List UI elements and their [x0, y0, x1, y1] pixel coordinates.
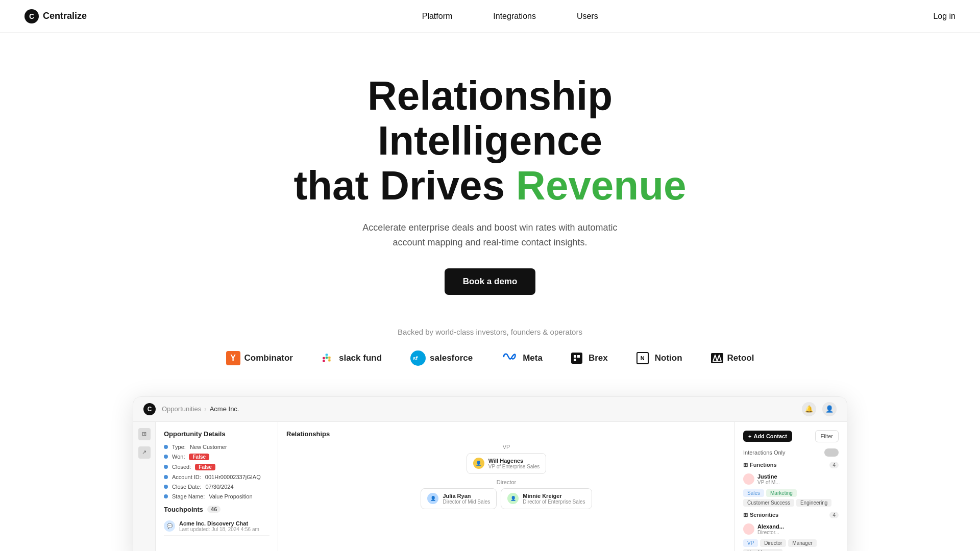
- nav-users[interactable]: Users: [577, 12, 598, 21]
- touchpoints-count: 46: [207, 506, 220, 513]
- detail-dot: [164, 455, 168, 459]
- investors-tagline: Backed by world-class investors, founder…: [24, 328, 955, 336]
- detail-close-date: Close Date: 07/30/2024: [164, 484, 270, 490]
- headline-line2-green: Revenue: [516, 163, 686, 208]
- alexand-avatar: [743, 523, 754, 535]
- seniorities-icon: ⊞: [743, 512, 748, 518]
- functions-label: Functions: [750, 462, 777, 468]
- cta-button[interactable]: Book a demo: [445, 268, 536, 295]
- add-contact-label: Add Contact: [753, 433, 787, 439]
- functions-person: Justine VP of M...: [743, 471, 839, 487]
- notification-icon[interactable]: 🔔: [802, 402, 816, 416]
- headline-line1: Relationship Intelligence: [368, 73, 612, 163]
- screenshot-container: C Opportunities › Acme Inc. 🔔 👤 ⊞ ↗: [133, 396, 847, 551]
- rel-card-julia: 👤 Julia Ryan Director of Mid Sales: [421, 488, 497, 509]
- detail-dot: [164, 465, 168, 469]
- detail-type: Type: New Customer: [164, 444, 270, 450]
- retool-icon: [711, 353, 723, 363]
- seniority-person: Alexand... Director...: [743, 521, 839, 537]
- sidebar-icon-1[interactable]: ⊞: [138, 428, 151, 440]
- rel-card-minnie: 👤 Minnie Kreiger Director of Enterprise …: [501, 488, 592, 509]
- rel-level-vp: VP 👤 Will Hagenes VP of Enterprise Sales: [286, 444, 726, 474]
- type-value: New Customer: [190, 444, 227, 450]
- screenshot-sidebar: ⊞ ↗: [133, 422, 156, 551]
- investor-logos: Y Combinator slack fund sf: [24, 350, 955, 366]
- meta-icon: [501, 352, 517, 365]
- sidebar-icon-2[interactable]: ↗: [138, 446, 151, 459]
- tag-marketing: Marketing: [766, 489, 797, 497]
- login-button[interactable]: Log in: [933, 12, 955, 21]
- detail-dot: [164, 445, 168, 449]
- nav-right: Log in: [933, 12, 955, 21]
- justine-title: VP of M...: [757, 480, 780, 485]
- logo-text: Centralize: [43, 11, 87, 21]
- nav-platform[interactable]: Platform: [422, 12, 453, 21]
- detail-dot: [164, 475, 168, 479]
- julia-title: Director of Mid Sales: [443, 499, 490, 505]
- meta-label: Meta: [523, 353, 543, 363]
- salesforce-label: salesforce: [430, 353, 473, 363]
- breadcrumb: Opportunities › Acme Inc.: [162, 405, 239, 413]
- functions-title: ⊞ Functions: [743, 462, 777, 468]
- brex-icon: [571, 353, 582, 364]
- svg-text:sf: sf: [413, 356, 418, 361]
- notion-icon: N: [636, 352, 649, 364]
- yc-label: Combinator: [244, 353, 293, 363]
- user-avatar-icon[interactable]: 👤: [822, 402, 837, 416]
- logo-brex: Brex: [571, 353, 608, 364]
- logo[interactable]: C Centralize: [24, 9, 87, 23]
- detail-stage-name: Stage Name: Value Proposition: [164, 493, 270, 499]
- justine-name: Justine: [757, 473, 780, 480]
- functions-header: ⊞ Functions 4: [743, 462, 839, 468]
- svg-rect-0: [323, 357, 325, 359]
- interactions-toggle-row: Interactions Only: [743, 448, 839, 457]
- svg-rect-5: [328, 359, 330, 361]
- product-screenshot-section: C Opportunities › Acme Inc. 🔔 👤 ⊞ ↗: [0, 386, 980, 551]
- filter-button[interactable]: Filter: [815, 430, 839, 442]
- detail-won: Won: False: [164, 454, 270, 460]
- julia-info: Julia Ryan Director of Mid Sales: [443, 493, 490, 505]
- logo-icon: C: [24, 9, 39, 23]
- seniorities-label: Seniorities: [750, 512, 778, 518]
- rel-card-will: 👤 Will Hagenes VP of Enterprise Sales: [467, 453, 546, 474]
- nav-integrations[interactable]: Integrations: [493, 12, 536, 21]
- headline-line2-black: that Drives: [293, 163, 504, 208]
- minnie-name: Minnie Kreiger: [523, 493, 585, 499]
- svg-rect-1: [323, 360, 325, 362]
- tag-director: Director: [760, 539, 786, 547]
- salesforce-icon: sf: [410, 350, 426, 366]
- closed-badge: False: [195, 464, 215, 470]
- hero-headline: Relationship Intelligence that Drives Re…: [260, 73, 720, 208]
- interactions-label: Interactions Only: [743, 449, 786, 456]
- screenshot-body: ⊞ ↗ Opportunity Details Type: New Custom…: [133, 422, 847, 551]
- interactions-toggle[interactable]: [824, 448, 839, 457]
- touchpoint-text: Acme Inc. Discovery Chat Last updated: J…: [179, 520, 259, 532]
- notion-label: Notion: [655, 353, 682, 363]
- seniorities-header: ⊞ Seniorities 4: [743, 512, 839, 518]
- logo-slack: slack fund: [322, 353, 382, 364]
- hero-section: Relationship Intelligence that Drives Re…: [0, 33, 980, 315]
- opportunity-details-title: Opportunity Details: [164, 430, 270, 438]
- alexand-name: Alexand...: [757, 523, 784, 530]
- account-id-value: 001Hr00002337jGIAQ: [205, 474, 261, 480]
- director-label: Director: [286, 479, 726, 485]
- will-avatar: 👤: [473, 458, 484, 469]
- svg-rect-3: [326, 356, 328, 358]
- vp-cards: 👤 Will Hagenes VP of Enterprise Sales: [286, 453, 726, 474]
- yc-icon: Y: [226, 351, 240, 365]
- tag-non-manager: Non Manager: [743, 549, 782, 551]
- brex-label: Brex: [589, 353, 608, 363]
- will-name: Will Hagenes: [488, 458, 540, 464]
- tag-engineering: Engineering: [796, 499, 831, 507]
- add-contact-button[interactable]: + Add Contact: [743, 431, 792, 442]
- detail-dot: [164, 494, 168, 498]
- will-info: Will Hagenes VP of Enterprise Sales: [488, 458, 540, 469]
- relationships-panel: Relationships VP 👤 Will Hagenes VP of En…: [278, 422, 734, 551]
- minnie-info: Minnie Kreiger Director of Enterprise Sa…: [523, 493, 585, 505]
- seniorities-title: ⊞ Seniorities: [743, 512, 778, 518]
- svg-rect-9: [574, 359, 576, 361]
- relationships-title: Relationships: [286, 430, 726, 438]
- seniorities-filter-section: ⊞ Seniorities 4 Alexand... Director...: [743, 512, 839, 551]
- logo-meta: Meta: [501, 352, 543, 365]
- slack-icon: [322, 353, 333, 364]
